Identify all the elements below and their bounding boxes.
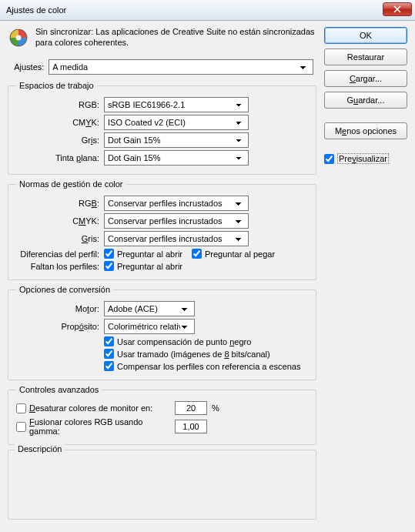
bpc-text: Usar compensación de punto negro xyxy=(117,337,251,346)
engine-select[interactable]: Adobe (ACE) xyxy=(104,301,195,316)
missing-label: Faltan los perfiles: xyxy=(16,262,99,271)
advanced-fieldset: Controles avanzados Desaturar colores de… xyxy=(8,385,316,445)
close-icon xyxy=(393,5,401,13)
blend-input[interactable] xyxy=(175,420,207,433)
dither-text: Usar tramado (imágenes de 8 bits/canal) xyxy=(117,350,270,359)
cmyk-label: CMYK: xyxy=(16,118,99,127)
conversion-fieldset: Opciones de conversión Motor: Adobe (ACE… xyxy=(8,285,316,380)
spot-label: Tinta plana: xyxy=(16,153,99,162)
load-button[interactable]: Cargar... xyxy=(324,70,407,87)
scene-checkbox[interactable]: Compensar los perfiles con referencia a … xyxy=(104,361,300,371)
rgb-label: RGB: xyxy=(16,100,99,109)
mismatch-paste-text: Preguntar al pegar xyxy=(205,249,275,259)
window-title: Ajustes de color xyxy=(6,5,66,15)
missing-open-check[interactable] xyxy=(104,261,114,271)
blend-text: Fusionar colores RGB usando gamma: xyxy=(29,417,170,436)
workspaces-fieldset: Espacios de trabajo RGB: sRGB IEC61966-2… xyxy=(8,81,316,175)
preview-check[interactable] xyxy=(324,154,334,164)
sync-status-text: Sin sincronizar: Las aplicaciones de Cre… xyxy=(35,27,316,53)
desaturate-check[interactable] xyxy=(16,403,26,413)
policies-fieldset: Normas de gestión de color RGB: Conserva… xyxy=(8,179,316,280)
dither-checkbox[interactable]: Usar tramado (imágenes de 8 bits/canal) xyxy=(104,349,270,359)
mismatch-open-checkbox[interactable]: Preguntar al abrir xyxy=(104,249,182,259)
desaturate-checkbox[interactable]: Desaturar colores de monitor en: xyxy=(16,403,170,413)
desaturate-text: Desaturar colores de monitor en: xyxy=(29,403,152,413)
cmyk-select[interactable]: ISO Coated v2 (ECI) xyxy=(104,115,249,130)
mismatch-open-text: Preguntar al abrir xyxy=(117,249,182,259)
close-button[interactable] xyxy=(383,2,412,16)
mismatch-open-check[interactable] xyxy=(104,249,114,259)
conversion-legend: Opciones de conversión xyxy=(16,285,113,294)
description-legend: Descripción xyxy=(15,444,65,453)
ok-button[interactable]: OK xyxy=(324,27,407,44)
mismatch-label: Diferencias del perfil: xyxy=(16,249,99,259)
policy-rgb-label: RGB: xyxy=(16,199,99,208)
desaturate-input[interactable] xyxy=(175,401,207,415)
spot-select[interactable]: Dot Gain 15% xyxy=(104,150,249,166)
save-button[interactable]: Guardar... xyxy=(324,92,407,109)
dither-check[interactable] xyxy=(104,349,114,359)
settings-select[interactable]: A medida xyxy=(49,59,313,75)
policy-cmyk-select[interactable]: Conservar perfiles incrustados xyxy=(104,213,249,229)
blend-checkbox[interactable]: Fusionar colores RGB usando gamma: xyxy=(16,417,170,436)
rgb-select[interactable]: sRGB IEC61966-2.1 xyxy=(104,97,249,112)
policy-cmyk-label: CMYK: xyxy=(16,216,99,226)
policies-legend: Normas de gestión de color xyxy=(16,179,126,189)
mismatch-paste-check[interactable] xyxy=(192,249,202,259)
scene-check[interactable] xyxy=(104,361,114,371)
missing-open-text: Preguntar al abrir xyxy=(117,262,182,271)
bpc-check[interactable] xyxy=(104,336,114,346)
policy-gray-label: Gris: xyxy=(16,234,99,243)
percent-label: % xyxy=(212,403,219,413)
svg-point-1 xyxy=(16,35,22,41)
sync-status-icon xyxy=(8,27,29,49)
description-fieldset: Descripción xyxy=(8,450,316,520)
policy-rgb-select[interactable]: Conservar perfiles incrustados xyxy=(104,196,249,211)
missing-open-checkbox[interactable]: Preguntar al abrir xyxy=(104,261,182,271)
workspaces-legend: Espacios de trabajo xyxy=(16,81,97,90)
intent-select[interactable]: Colorimétrico relativo xyxy=(104,319,195,334)
restore-button[interactable]: Restaurar xyxy=(324,49,407,65)
policy-gray-select[interactable]: Conservar perfiles incrustados xyxy=(104,231,249,246)
bpc-checkbox[interactable]: Usar compensación de punto negro xyxy=(104,336,251,346)
mismatch-paste-checkbox[interactable]: Preguntar al pegar xyxy=(192,249,275,259)
settings-label: Ajustes: xyxy=(11,62,44,72)
gray-label: Gris: xyxy=(16,136,99,145)
preview-checkbox[interactable]: Previsualizar xyxy=(324,153,407,164)
engine-label: Motor: xyxy=(16,304,99,313)
gray-select[interactable]: Dot Gain 15% xyxy=(104,132,249,148)
blend-check[interactable] xyxy=(16,422,26,432)
scene-text: Compensar los perfiles con referencia a … xyxy=(117,362,300,371)
intent-label: Propósito: xyxy=(16,322,99,331)
less-options-button[interactable]: Menos opciones xyxy=(324,122,407,139)
preview-text: Previsualizar xyxy=(337,153,389,164)
advanced-legend: Controles avanzados xyxy=(16,385,102,394)
